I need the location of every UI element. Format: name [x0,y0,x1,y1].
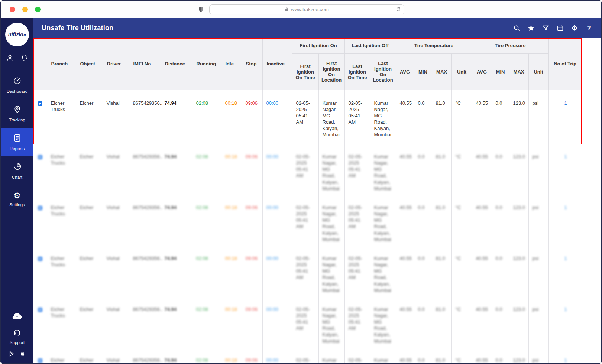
sidebar-item-support[interactable]: Support [10,328,25,345]
cell-tire-pressure-min: 0.0 [492,90,509,144]
cell-idle: 00:18 [221,296,242,347]
cell-no-of-trip[interactable]: 1 [548,195,582,246]
help-icon[interactable]: ? [585,24,593,32]
cell-tire-pressure-min: 0.0 [492,195,509,246]
gear-icon[interactable]: ⚙ [570,24,579,32]
sidebar-item-reports[interactable]: Reports [1,128,33,156]
cell-tire-pressure-max: 123.0 [509,195,528,246]
column-subheader: MIN [492,53,509,90]
cell-tire-pressure-unit: psi [528,246,548,296]
column-subheader: AVG [472,53,492,90]
cloud-upload-icon[interactable] [12,312,23,320]
sidebar-item-tracking[interactable]: Tracking [1,99,33,128]
vehicle-locate-icon[interactable] [38,155,42,159]
vehicle-locate-icon[interactable] [38,308,42,312]
cell-tire-temp-avg: 40.55 [396,296,414,347]
column-header: IMEI No [129,38,161,90]
cell-driver: Vishal [103,90,129,144]
column-group-header: Tire Pressure [472,38,548,53]
cell-no-of-trip[interactable]: 1 [548,144,582,195]
cell-tire-temp-unit: °C [452,195,472,246]
cell-inactive: 00:00 [262,195,292,246]
column-header: Inactive [262,38,292,90]
google-play-icon[interactable] [9,350,15,357]
cell-distance: 74.94 [161,296,192,347]
cell-running: 02:08 [192,144,221,195]
cell-last-ignition-on-location: Kumar Nagar, MG Road, Kalyan, Mumbai [370,347,396,363]
cell-running: 02:08 [192,246,221,296]
column-subheader: Unit [528,53,548,90]
column-header: Driver [103,38,129,90]
cell-first-ignition-on-time: 02-05-2025 05:41 AM [292,144,318,195]
cell-stop: 09:06 [242,296,262,347]
cell-imei: 8675429356.. [129,144,161,195]
cell-idle: 00:18 [221,347,242,363]
sidebar-item-label: Reports [10,146,25,151]
support-label: Support [10,340,25,345]
rewards-star-icon[interactable] [527,24,535,32]
cell-tire-pressure-avg: 40.55 [472,347,492,363]
close-button[interactable] [10,7,15,12]
cell-tire-pressure-unit: psi [528,144,548,195]
column-header: No of Trip [548,38,582,90]
zoom-button[interactable] [35,7,41,12]
cell-running: 02:08 [192,195,221,246]
cell-tire-temp-max: 81.0 [432,296,452,347]
sidebar-item-chart[interactable]: Chart [1,156,33,185]
cell-no-of-trip[interactable]: 1 [548,90,582,144]
cell-stop: 09:06 [242,347,262,363]
address-bar[interactable]: www.trakzee.com [209,4,404,14]
column-subheader: MAX [509,53,528,90]
calendar-icon[interactable] [556,24,564,32]
cell-tire-pressure-min: 0.0 [492,296,509,347]
cell-inactive: 00:00 [262,246,292,296]
sidebar-item-label: Dashboard [7,89,27,94]
cell-tire-temp-unit: °C [452,347,472,363]
search-icon[interactable] [512,24,521,32]
cell-tire-pressure-avg: 40.55 [472,246,492,296]
user-icon[interactable] [6,54,14,62]
cell-tire-pressure-unit: psi [528,347,548,363]
report-content: BranchObjectDriverIMEI NoDistanceRunning… [33,38,601,363]
cell-driver: Vishal [103,347,129,363]
report-table: BranchObjectDriverIMEI NoDistanceRunning… [33,38,582,363]
cell-branch: Eicher Trucks [47,195,76,246]
brand-logo[interactable]: uffizio» [5,23,29,46]
table-body: Eicher TrucksEicherVishal8675429356..74.… [33,90,582,363]
vehicle-locate-icon[interactable] [38,101,42,106]
filter-icon[interactable] [541,24,550,32]
cell-distance: 74.94 [161,144,192,195]
vehicle-locate-icon[interactable] [38,206,42,210]
notifications-bell-icon[interactable] [20,54,28,62]
sidebar-item-settings[interactable]: ⚙ Settings [1,185,33,214]
tracking-pin-icon [13,105,22,115]
cell-no-of-trip[interactable]: 1 [548,296,582,347]
privacy-shield-icon[interactable] [198,6,204,13]
table-row: Eicher TrucksEicherVishal8675429356..74.… [33,296,582,347]
vehicle-locate-icon[interactable] [38,257,42,261]
cell-inactive: 00:00 [262,347,292,363]
cell-first-ignition-on-location: Kumar Nagar, MG Road, Kalyan, Mumbai [318,296,344,347]
cell-first-ignition-on-time: 02-05-2025 05:41 AM [292,296,318,347]
apple-icon[interactable] [19,350,26,357]
refresh-icon[interactable] [396,7,401,12]
cell-tire-pressure-avg: 40.55 [472,144,492,195]
cell-inactive: 00:00 [262,144,292,195]
minimize-button[interactable] [22,7,28,12]
sidebar-item-dashboard[interactable]: Dashboard [1,71,33,99]
window-controls [10,1,41,18]
cell-tire-temp-min: 0.0 [414,296,432,347]
vehicle-locate-icon[interactable] [38,358,42,363]
column-header: Object [76,38,103,90]
cell-branch: Eicher Trucks [47,347,76,363]
cell-no-of-trip[interactable]: 1 [548,347,582,363]
column-header: Distance [161,38,192,90]
cell-no-of-trip[interactable]: 1 [548,246,582,296]
column-subheader: AVG [396,53,414,90]
cell-tire-pressure-unit: psi [528,296,548,347]
cell-branch: Eicher Trucks [47,90,76,144]
cell-object: Eicher [76,195,103,246]
cell-first-ignition-on-time: 02-05-2025 05:41 AM [292,246,318,296]
sidebar-item-label: Settings [9,202,25,207]
table-row: Eicher TrucksEicherVishal8675429356..74.… [33,90,582,144]
